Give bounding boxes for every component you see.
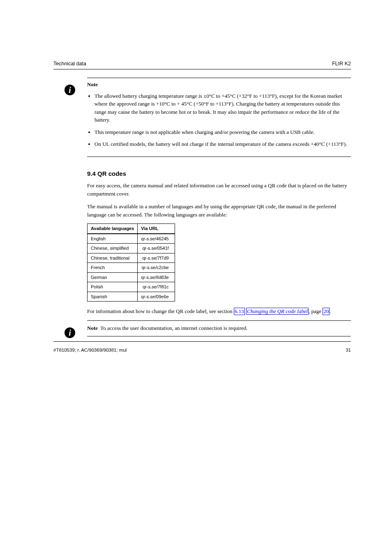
section-body: The manual is available in a number of l… bbox=[87, 203, 351, 219]
table-cell-url: qr-s.se/c2cbe bbox=[138, 263, 175, 273]
page-ref-link[interactable]: 20 bbox=[323, 308, 330, 315]
footer-page-number: 31 bbox=[346, 348, 351, 352]
table-row: Polishqr-s.se/7f81c bbox=[88, 282, 175, 292]
table-row: Spanishqr-s.se/09e6e bbox=[88, 292, 175, 302]
page-footer: #T810539; r. AC/90369/90381; mul 31 bbox=[53, 346, 351, 352]
header-right: FLIR K2 bbox=[332, 61, 351, 67]
cross-reference-paragraph: For information about how to change the … bbox=[87, 307, 351, 315]
table-cell-url: qr-s.se/7f81c bbox=[138, 282, 175, 292]
note-block-internet: i Note To access the user documentation,… bbox=[87, 320, 351, 337]
note-list-item: This temperature range is not applicable… bbox=[95, 128, 351, 136]
section-heading: 9.4 QR codes bbox=[87, 169, 351, 179]
note-list-item: On UL certified models, the battery will… bbox=[95, 140, 351, 148]
table-cell-language: Chinese, traditional bbox=[88, 253, 138, 263]
table-header-languages: Available languages bbox=[88, 224, 138, 234]
table-cell-language: Chinese, simplified bbox=[88, 244, 138, 253]
footer-rule bbox=[53, 341, 351, 342]
note-label: Note bbox=[87, 81, 98, 88]
section-title-link[interactable]: Changing the QR code label bbox=[246, 308, 309, 315]
table-cell-language: French bbox=[88, 263, 138, 273]
table-cell-url: qr-s.se/46245 bbox=[138, 234, 175, 244]
note-block-battery: i Note The allowed battery charging temp… bbox=[87, 78, 351, 157]
footer-left: #T810539; r. AC/90369/90381; mul bbox=[53, 348, 127, 352]
note-text: To access the user documentation, an int… bbox=[100, 325, 247, 331]
table-cell-language: English bbox=[88, 234, 138, 244]
table-cell-language: Polish bbox=[88, 282, 138, 292]
section-intro: For easy access, the camera manual and r… bbox=[87, 182, 351, 198]
info-icon: i bbox=[65, 327, 75, 338]
xref-page-label: , page bbox=[309, 308, 323, 314]
table-row: Frenchqr-s.se/c2cbe bbox=[88, 263, 175, 273]
table-cell-url: qr-s.se/09e6e bbox=[138, 292, 175, 302]
table-row: Germanqr-s.se/8d83e bbox=[88, 272, 175, 282]
content-area: i Note The allowed battery charging temp… bbox=[53, 78, 351, 336]
page-header: Technical data FLIR K2 bbox=[53, 61, 351, 69]
table-header-row: Available languages Via URL bbox=[88, 224, 175, 234]
note-list-item: The allowed battery charging temperature… bbox=[95, 92, 351, 124]
table-cell-url: qr-s.se/8d83e bbox=[138, 272, 175, 282]
table-row: Chinese, simplifiedqr-s.se/0541f bbox=[88, 244, 175, 253]
xref-suffix: . bbox=[330, 308, 331, 314]
header-left: Technical data bbox=[53, 61, 86, 67]
section-ref-link[interactable]: 6.13 bbox=[234, 308, 245, 315]
info-icon: i bbox=[65, 85, 75, 95]
note-label: Note bbox=[87, 325, 98, 331]
table-cell-url: qr-s.se/7f7d9 bbox=[138, 253, 175, 263]
table-cell-language: German bbox=[88, 272, 138, 282]
table-cell-url: qr-s.se/0541f bbox=[138, 244, 175, 253]
header-rule bbox=[53, 69, 351, 69]
table-cell-language: Spanish bbox=[88, 292, 138, 302]
xref-prefix: For information about how to change the … bbox=[87, 308, 234, 314]
table-row: Chinese, traditionalqr-s.se/7f7d9 bbox=[88, 253, 175, 263]
note-list: The allowed battery charging temperature… bbox=[87, 92, 351, 148]
table-header-url: Via URL bbox=[138, 224, 175, 234]
qr-languages-table: Available languages Via URL Englishqr-s.… bbox=[87, 223, 175, 302]
table-row: Englishqr-s.se/46245 bbox=[88, 234, 175, 244]
